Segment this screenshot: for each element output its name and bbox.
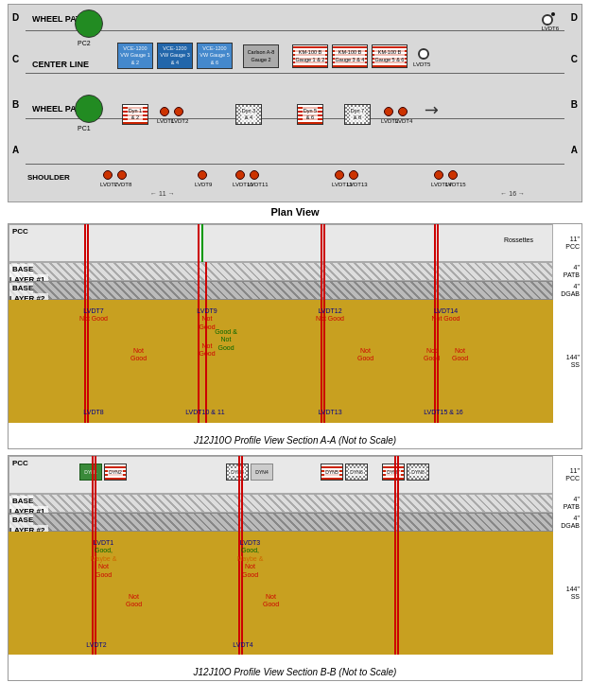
- lvdt4-circle: [398, 107, 408, 116]
- notgood-aa-1: NotGood: [122, 347, 155, 363]
- vline-aa-1b: [87, 224, 89, 423]
- row-b-right: B: [571, 99, 578, 110]
- lvdt9-shoulder: [198, 170, 207, 180]
- notgood-bb-1: NotGood: [117, 593, 150, 609]
- lvdt7-shoulder: [103, 170, 113, 180]
- lvdt1-circle: [160, 107, 169, 116]
- profile-bb-inner: 11"PCC 4"PATB 4"DGAB 144"SS PCC BASELAYE…: [9, 456, 581, 664]
- dim-pcc-aa: 11"PCC: [565, 224, 580, 262]
- pc1-label: PC1: [78, 125, 91, 131]
- lvdt8-shoulder: [117, 170, 127, 180]
- vce1200-vw6: VCE-1200VW Gauge 5& 6: [197, 43, 233, 69]
- dyn8-bb: DYN8: [407, 464, 429, 481]
- plan-view-title: Plan View: [4, 206, 586, 218]
- vline-aa-1: [84, 224, 86, 423]
- km100b-34: KM-100 BGauge 3 & 4: [332, 44, 368, 68]
- vce1200-vw4: VCE-1200VW Gauge 3& 4: [157, 43, 193, 69]
- dim-patb-aa: 4"PATB: [564, 262, 580, 281]
- lvdt2-circle: [174, 107, 183, 116]
- lvdt5-circle: [418, 48, 429, 60]
- dyn1-bb: DYN1: [79, 464, 102, 481]
- lvdt13-shoulder-label: LVDT13: [347, 182, 368, 187]
- dyn34-box: Dyn 3& 4: [235, 104, 262, 125]
- section-line-1: ← 11 →: [150, 190, 175, 197]
- lvdt14-annot: LVDT14Not Good: [420, 307, 472, 324]
- km100b-56: KM-100 BGauge 5 & 6: [372, 44, 408, 68]
- lvdt3-annot-bb: LVDT3Good,Maybe &NotGood: [224, 539, 276, 579]
- dim-dgab-bb: 4"DGAB: [561, 513, 580, 532]
- profile-bb-title: J12J10O Profile View Section B-B (Not to…: [9, 664, 581, 680]
- dim-dgab-aa: 4"DGAB: [561, 281, 580, 300]
- dim-patb-bb: 4"PATB: [564, 494, 580, 513]
- notgood-aa-5: NotGood: [443, 347, 477, 363]
- lvdt11-shoulder: [250, 170, 259, 180]
- lvdt8-shoulder-label: LVDT8: [114, 182, 131, 187]
- lvdt12-annot: LVDT12Not Good: [306, 307, 354, 324]
- dyn78-box: Dyn 7& 8: [344, 104, 371, 125]
- km100b-12: KM-100 BGauge 1 & 2: [292, 44, 328, 68]
- plan-view: D C B A D C B A WHEEL PATH CENTER LINE W…: [8, 4, 582, 202]
- vce1200-vw2: VCE-1200VW Gauge 1& 2: [117, 43, 153, 69]
- lvdt10-shoulder: [235, 170, 245, 180]
- divider-c: [26, 73, 564, 74]
- divider-a: [26, 164, 564, 165]
- dyn6-bb: DYN6: [345, 464, 368, 481]
- dim-pcc-bb: 11"PCC: [565, 456, 580, 494]
- lvdt15-shoulder: [448, 170, 458, 180]
- patb-layer-aa: BASELAYER #1: [9, 262, 553, 281]
- vline-aa-4: [434, 224, 436, 423]
- lvdt6-dot: [551, 12, 555, 16]
- lvdt13-shoulder: [349, 170, 358, 180]
- lvdt2-bottom-bb: LVDT2: [78, 641, 115, 649]
- row-c-left: C: [12, 54, 19, 64]
- pcc-label-aa: PCC: [9, 226, 31, 236]
- pc2-circle: [75, 9, 103, 38]
- notgood-aa-3: NotGood: [349, 347, 382, 363]
- lvdt15-16-bottom: LVDT15 & 16: [415, 409, 472, 416]
- goodnotgood-aa: Good &NotGood: [202, 328, 250, 352]
- main-container: D C B A D C B A WHEEL PATH CENTER LINE W…: [0, 0, 590, 685]
- pcc-label-bb: PCC: [9, 458, 31, 468]
- lvdt5-label: LVDT5: [413, 61, 430, 67]
- vline-aa-2g: [201, 224, 203, 262]
- pcc-layer-aa: PCC Rossettes: [9, 224, 553, 262]
- lvdt2-label: LVDT2: [171, 118, 188, 124]
- lvdt11-shoulder-label: LVDT11: [248, 182, 269, 187]
- dgab-layer-bb: BASELAYER #2: [9, 513, 553, 532]
- lvdt8-bottom: LVDT8: [70, 409, 117, 416]
- lvdt7-annot: LVDT7Not Good: [70, 307, 117, 324]
- lvdt12-shoulder: [335, 170, 344, 180]
- plan-inner: D C B A D C B A WHEEL PATH CENTER LINE W…: [9, 5, 581, 201]
- profile-bb-container: 11"PCC 4"PATB 4"DGAB 144"SS PCC BASELAYE…: [8, 455, 582, 681]
- divider-b: [26, 118, 564, 119]
- rossettes-label: Rossettes: [504, 236, 533, 243]
- lvdt15-shoulder-label: LVDT15: [445, 182, 466, 187]
- vline-aa-4b: [437, 224, 439, 423]
- lvdt3-circle: [384, 107, 393, 116]
- row-c-right: C: [571, 54, 578, 64]
- dyn56-box: Dyn 5& 6: [297, 104, 323, 125]
- lvdt4-label: LVDT4: [395, 118, 412, 124]
- dyn4-bb: DYN4: [251, 464, 273, 481]
- divider-d: [26, 30, 564, 31]
- lvdt6-label: LVDT6: [542, 26, 559, 31]
- row-d-left: D: [12, 12, 19, 23]
- lvdt4-bottom-bb: LVDT4: [224, 641, 262, 649]
- dgab-layer-aa: BASELAYER #2: [9, 281, 553, 300]
- profile-aa-container: 11"PCC 4"PATB 4"DGAB 144"SS PCC Rossette…: [8, 223, 582, 449]
- row-d-right: D: [571, 12, 578, 23]
- profile-aa-title: J12J10O Profile View Section A-A (Not to…: [9, 432, 581, 448]
- section-line-2: ← 16 →: [500, 190, 525, 197]
- dim-ss-aa: 144"SS: [566, 300, 580, 423]
- patb-layer-bb: BASELAYER #1: [9, 494, 553, 513]
- dyn5-bb: DYN5: [321, 464, 343, 481]
- lvdt13-bottom: LVDT13: [306, 409, 354, 416]
- vline-bb-3: [394, 456, 396, 655]
- dyn3-bb: DYN3: [226, 464, 249, 481]
- lvdt14-shoulder: [434, 170, 443, 180]
- row-b-left: B: [12, 99, 19, 110]
- lvdt10-11-bottom: LVDT10 & 11: [177, 409, 234, 416]
- dyn2-bb: DYN2: [104, 464, 127, 481]
- lvdt9-shoulder-label: LVDT9: [195, 182, 212, 187]
- center-line-label: CENTER LINE: [32, 60, 89, 69]
